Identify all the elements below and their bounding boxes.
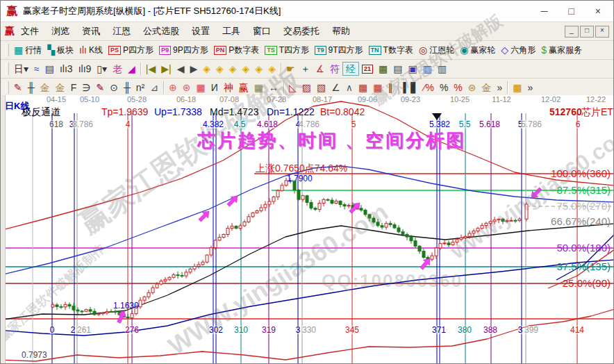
candle-body[interactable] xyxy=(110,311,113,312)
menu-item-帮助[interactable]: 帮助 xyxy=(326,23,356,40)
toolbar1-t-table-button[interactable]: TNT数字表 xyxy=(366,44,416,57)
toolbar2-prev-page-button[interactable]: ◀ xyxy=(174,63,188,75)
candle-body[interactable] xyxy=(222,235,225,238)
candle-body[interactable] xyxy=(376,222,379,226)
candle-body[interactable] xyxy=(160,281,163,284)
toolbar2-bars-3-button[interactable]: ılı3 xyxy=(57,63,76,75)
candle-body[interactable] xyxy=(214,240,217,248)
candle-body[interactable] xyxy=(164,279,167,281)
toolbar2-first-page-button[interactable]: |◀ xyxy=(143,63,158,75)
candle-body[interactable] xyxy=(56,305,58,307)
toolbar3-more-1-button[interactable]: » xyxy=(495,81,506,94)
candle-body[interactable] xyxy=(314,208,317,210)
toolbar2-print-button[interactable]: ▥ xyxy=(435,63,449,75)
toolbar2-diamond-h-button[interactable]: ◈ xyxy=(226,63,240,75)
toolbar2-diamond-right-button[interactable]: ◈ xyxy=(213,63,226,75)
candle-body[interactable] xyxy=(147,292,150,297)
toolbar2-angle-tool-button[interactable]: ∡ xyxy=(313,63,327,75)
candle-body[interactable] xyxy=(131,314,133,318)
toolbar3-n-square-button[interactable]: n² xyxy=(133,81,147,94)
candle-body[interactable] xyxy=(443,243,446,244)
candle-body[interactable] xyxy=(335,201,338,203)
mdi-restore-button[interactable]: □ xyxy=(580,26,594,38)
candle-body[interactable] xyxy=(464,236,467,238)
menu-item-工具[interactable]: 工具 xyxy=(216,23,247,40)
candle-body[interactable] xyxy=(525,204,528,219)
candle-body[interactable] xyxy=(231,226,233,229)
candle-body[interactable] xyxy=(197,265,200,267)
candle-body[interactable] xyxy=(393,224,396,228)
minimize-button[interactable]: ─ xyxy=(540,6,547,17)
candle-body[interactable] xyxy=(276,191,279,197)
candle-body[interactable] xyxy=(497,219,500,220)
toolbar1-quotes-button[interactable]: ▦行情 xyxy=(11,44,44,57)
candle-body[interactable] xyxy=(206,255,208,262)
toolbar3-s-grid-button[interactable]: ∋ xyxy=(79,81,93,94)
toolbar3-ying-grid-button[interactable]: 赢 xyxy=(236,81,251,94)
toolbar3-brush-button[interactable]: ✎ xyxy=(11,81,25,94)
toolbar3-grid-2-button[interactable]: ╫ xyxy=(121,81,133,94)
toolbar1-sectors-button[interactable]: ▚板块 xyxy=(44,44,76,57)
toolbar1-gann-wheel-button[interactable]: ◎江恩轮 xyxy=(416,44,457,57)
candle-body[interactable] xyxy=(185,272,188,276)
toolbar2-wave-tool-button[interactable]: ≈ xyxy=(31,63,42,75)
candle-body[interactable] xyxy=(476,229,479,231)
menu-item-浏览[interactable]: 浏览 xyxy=(45,23,76,40)
toolbar3-percent-button[interactable]: % xyxy=(437,81,451,94)
toolbar3-gann-circle-cross-button[interactable]: ⊕ xyxy=(166,81,180,94)
candle-body[interactable] xyxy=(310,202,313,208)
toolbar2-crosshair-tool-button[interactable]: ＋ xyxy=(297,63,313,75)
candle-body[interactable] xyxy=(106,311,108,313)
candle-body[interactable] xyxy=(306,196,308,203)
candle-body[interactable] xyxy=(493,220,496,222)
menu-item-文件[interactable]: 文件 xyxy=(15,23,45,40)
candle-body[interactable] xyxy=(260,208,263,211)
candle-body[interactable] xyxy=(501,219,504,221)
candle-body[interactable] xyxy=(272,197,275,202)
candle-body[interactable] xyxy=(93,311,96,315)
toolbar3-red-grid-2-button[interactable]: ▦ xyxy=(370,81,385,94)
candle-body[interactable] xyxy=(247,217,250,222)
candle-body[interactable] xyxy=(243,222,246,226)
candle-body[interactable] xyxy=(301,196,304,199)
candle-body[interactable] xyxy=(89,310,92,311)
toolbar1-t-square-button[interactable]: TST四方形 xyxy=(262,44,312,57)
toolbar3-percent-slash-button[interactable]: ⁄% xyxy=(421,81,437,94)
toolbar2-candle-style-dropdown-button[interactable]: ▯▾ xyxy=(94,63,110,75)
toolbar3-shen-grid-button[interactable]: 神 xyxy=(221,81,236,94)
candle-body[interactable] xyxy=(64,304,67,307)
toolbar3-gold-line-button[interactable]: 金 xyxy=(479,81,495,94)
candle-body[interactable] xyxy=(389,224,392,225)
toolbar1-9p-square-button[interactable]: P99P四方形 xyxy=(156,44,211,57)
candle-body[interactable] xyxy=(481,225,483,228)
toolbar3-parallel-lines-button[interactable]: ∥ xyxy=(385,81,396,94)
candle-body[interactable] xyxy=(439,244,442,248)
candle-body[interactable] xyxy=(401,232,404,235)
candle-body[interactable] xyxy=(372,218,375,222)
toolbar3-fan-lines-button[interactable]: ◺ xyxy=(286,81,299,94)
menu-item-设置[interactable]: 设置 xyxy=(185,23,216,40)
candle-body[interactable] xyxy=(518,219,521,220)
toolbar3-gold-grid-1-button[interactable]: 金 xyxy=(38,81,53,94)
candle-body[interactable] xyxy=(97,314,100,315)
menu-item-资讯[interactable]: 资讯 xyxy=(76,23,106,40)
toolbar2-fu-tool-button[interactable]: 符 xyxy=(327,63,342,75)
toolbar2-trend-flag-button[interactable]: ◢ xyxy=(125,63,138,75)
toolbar3-f-grid-button[interactable]: F xyxy=(68,81,80,94)
toolbar3-brush-2-button[interactable]: ✎ xyxy=(93,81,107,94)
candle-body[interactable] xyxy=(176,275,179,276)
menu-item-窗口[interactable]: 窗口 xyxy=(247,23,277,40)
candle-body[interactable] xyxy=(451,242,454,245)
toolbar3-gold-grid-2-button[interactable]: 金 xyxy=(53,81,68,94)
toolbar1-p-table-button[interactable]: PNP数字表 xyxy=(211,44,263,57)
toolbar1-winner-wheel-button[interactable]: ◉赢家轮 xyxy=(457,44,498,57)
candle-body[interactable] xyxy=(156,284,158,288)
toolbar3-angle-a-button[interactable]: ⊿ xyxy=(147,81,161,94)
toolbar2-last-page-button[interactable]: ▶| xyxy=(158,63,174,75)
candle-body[interactable] xyxy=(151,288,154,292)
toolbar3-orange-grid-button[interactable]: ▦ xyxy=(510,81,524,94)
candle-body[interactable] xyxy=(431,256,433,259)
toolbar3-time-circle-button[interactable]: ⊙ xyxy=(107,81,121,94)
toolbar3-more-2-button[interactable]: » xyxy=(525,81,536,94)
candle-body[interactable] xyxy=(226,229,229,235)
